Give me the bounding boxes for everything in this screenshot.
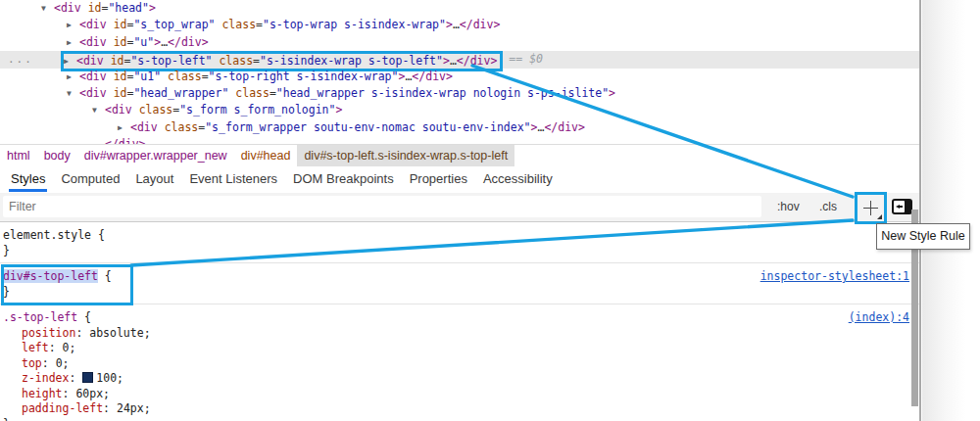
css-property-value[interactable]: absolute [89, 326, 143, 340]
css-declaration[interactable]: left: 0; [3, 341, 919, 356]
open-brace: { [98, 269, 112, 283]
tab-accessibility[interactable]: Accessibility [475, 166, 561, 193]
dom-node[interactable]: ▼<div class="s_form s_form_nologin"> [0, 102, 919, 118]
dom-node-selected[interactable]: ...▶<div id="s-top-left" class="s-isinde… [0, 51, 919, 68]
css-property-name[interactable]: padding-left [22, 401, 103, 415]
overflow-dots-marker[interactable]: ... [8, 51, 33, 68]
tab-properties[interactable]: Properties [402, 166, 475, 193]
markup-token: </div> [168, 35, 209, 49]
dom-node[interactable]: ▼<div id="head"> [0, 0, 919, 17]
markup-token: > [335, 103, 342, 117]
expand-arrow-icon[interactable]: ▶ [64, 54, 76, 69]
expand-arrow-icon[interactable]: ▶ [67, 34, 79, 51]
tab-dom-breakpoints[interactable]: DOM Breakpoints [285, 166, 402, 193]
attribute-value: "u" [133, 35, 154, 49]
semicolon: ; [117, 371, 123, 385]
page-background-gutter [922, 0, 980, 421]
dom-node[interactable]: ▶<div class="s_form_wrapper soutu-env-no… [0, 119, 919, 136]
markup-token: = [202, 70, 209, 83]
styles-filter-input[interactable] [3, 196, 761, 217]
css-property-value[interactable]: 100 [96, 371, 117, 385]
css-selector[interactable]: element.style [3, 228, 91, 242]
collapse-arrow-icon[interactable]: ▼ [67, 85, 79, 102]
markup-token: > [609, 86, 615, 100]
markup-token: </div> [544, 120, 585, 134]
close-brace: } [3, 417, 919, 421]
colon: : [63, 387, 76, 400]
css-declaration[interactable]: position: absolute; [3, 326, 919, 342]
breadcrumb-item[interactable]: html [0, 145, 37, 166]
css-property-value[interactable]: 60px [75, 387, 103, 400]
tab-styles[interactable]: Styles [3, 166, 53, 193]
toggle-sidebar-icon[interactable] [892, 199, 912, 214]
css-property-name[interactable]: z-index [22, 371, 69, 385]
css-declaration[interactable]: z-index: 100; [3, 371, 919, 387]
breadcrumb-item[interactable]: div#head [234, 145, 298, 166]
attribute-name: class [132, 103, 173, 117]
attribute-name: class [216, 18, 257, 31]
breadcrumb-item[interactable]: body [37, 145, 77, 166]
close-brace: } [3, 285, 919, 301]
markup-token: = [256, 18, 263, 31]
dom-node[interactable]: ▶<div id="s_top_wrap" class="s-top-wrap … [0, 17, 919, 33]
attribute-value: "s-top-left" [130, 54, 212, 68]
class-toggle[interactable]: .cls [819, 193, 837, 221]
css-property-name[interactable]: left [22, 341, 49, 354]
tab-layout[interactable]: Layout [127, 166, 181, 193]
breadcrumb-item[interactable]: div#wrapper.wrapper_new [77, 145, 234, 166]
tab-computed[interactable]: Computed [53, 166, 127, 193]
css-property-value[interactable]: 0 [63, 341, 70, 354]
css-property-name[interactable]: position [22, 326, 75, 340]
css-property-name[interactable]: height [22, 387, 63, 400]
colon: : [103, 401, 117, 415]
css-declaration[interactable]: padding-left: 24px; [3, 401, 919, 417]
attribute-name: class [158, 120, 199, 134]
pseudo-state-toggle[interactable]: :hov [777, 193, 800, 221]
dom-node[interactable]: ▶<div id="u1" class="s-top-right s-isind… [0, 69, 919, 85]
stylesheet-source-link[interactable]: (index):4 [849, 310, 909, 324]
tab-event-listeners[interactable]: Event Listeners [181, 166, 285, 193]
sidebar-tab-bar: StylesComputedLayoutEvent ListenersDOM B… [0, 166, 922, 193]
css-rule: div#s-top-left {}inspector-stylesheet:1 [0, 263, 919, 304]
value-swatch-icon[interactable] [82, 372, 93, 383]
css-selector[interactable]: div#s-top-left [3, 269, 98, 283]
attribute-name: id [107, 35, 127, 49]
markup-token: </div> [460, 18, 501, 31]
console-reference-badge: == $0 [509, 52, 543, 66]
dom-tree: ▼<div id="head">▶<div id="s_top_wrap" cl… [0, 0, 919, 144]
css-declaration[interactable]: top: 0; [3, 356, 919, 372]
semicolon: ; [144, 326, 151, 340]
attribute-value: "s_top_wrap" [133, 18, 215, 31]
css-property-value[interactable]: 0 [56, 356, 63, 370]
attribute-name: id [107, 86, 127, 100]
semicolon: ; [103, 387, 110, 400]
styles-toolbar: :hov .cls [0, 193, 919, 222]
expand-arrow-icon[interactable]: ▶ [67, 17, 79, 33]
collapse-arrow-icon[interactable]: ▼ [41, 0, 54, 17]
css-rule: .s-top-left {position: absolute;left: 0;… [0, 304, 919, 421]
colon: : [42, 356, 56, 370]
dom-node[interactable]: ▶<div id="u">…</div> [0, 34, 919, 51]
attribute-value: "s_form s_form_nologin" [179, 103, 335, 117]
panel-right-border [919, 0, 921, 421]
breadcrumb-item[interactable]: div#s-top-left.s-isindex-wrap.s-top-left [297, 145, 514, 166]
new-style-rule-button[interactable] [855, 192, 887, 224]
attribute-name: class [161, 70, 202, 83]
markup-token: <div [79, 86, 107, 100]
css-property-value[interactable]: 24px [117, 401, 144, 415]
css-property-name[interactable]: top [22, 356, 42, 370]
expand-arrow-icon[interactable]: ▶ [67, 69, 79, 85]
css-selector[interactable]: .s-top-left [3, 310, 77, 324]
plus-icon [870, 201, 872, 215]
markup-token: <div [76, 54, 104, 68]
css-declaration[interactable]: height: 60px; [3, 387, 919, 402]
dom-node[interactable]: ▼<div id="head_wrapper" class="head_wrap… [0, 85, 919, 102]
attribute-name: id [107, 18, 127, 31]
dom-node[interactable]: </div> [0, 136, 919, 144]
expand-arrow-icon[interactable]: ▶ [118, 119, 130, 136]
colon: : [49, 341, 63, 354]
collapse-arrow-icon[interactable]: ▼ [92, 102, 105, 118]
attribute-name: class [213, 54, 254, 68]
stylesheet-source-link[interactable]: inspector-stylesheet:1 [760, 269, 909, 283]
styles-pane: element.style {}div#s-top-left {}inspect… [0, 222, 919, 421]
